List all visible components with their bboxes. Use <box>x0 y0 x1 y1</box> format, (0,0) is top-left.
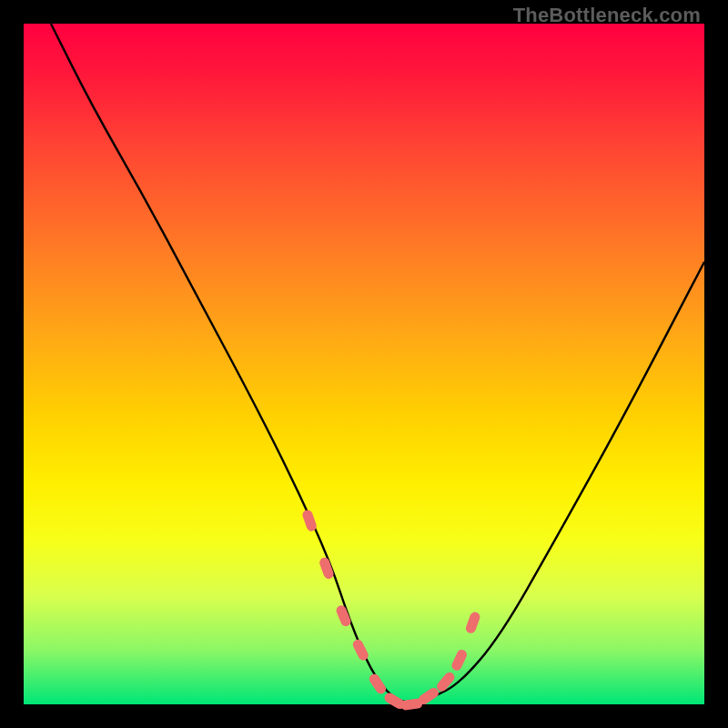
watermark-text: TheBottleneck.com <box>513 4 701 27</box>
highlight-dash <box>335 604 352 628</box>
curve-line <box>51 24 704 703</box>
chart-frame <box>24 24 704 704</box>
highlight-dash <box>301 509 318 532</box>
curve-path <box>51 24 704 703</box>
chart-svg <box>24 24 704 704</box>
highlight-dash <box>351 638 370 662</box>
highlight-dash <box>464 611 481 634</box>
highlight-dash <box>368 672 388 696</box>
highlight-dash <box>450 648 469 672</box>
highlight-markers <box>301 509 481 711</box>
